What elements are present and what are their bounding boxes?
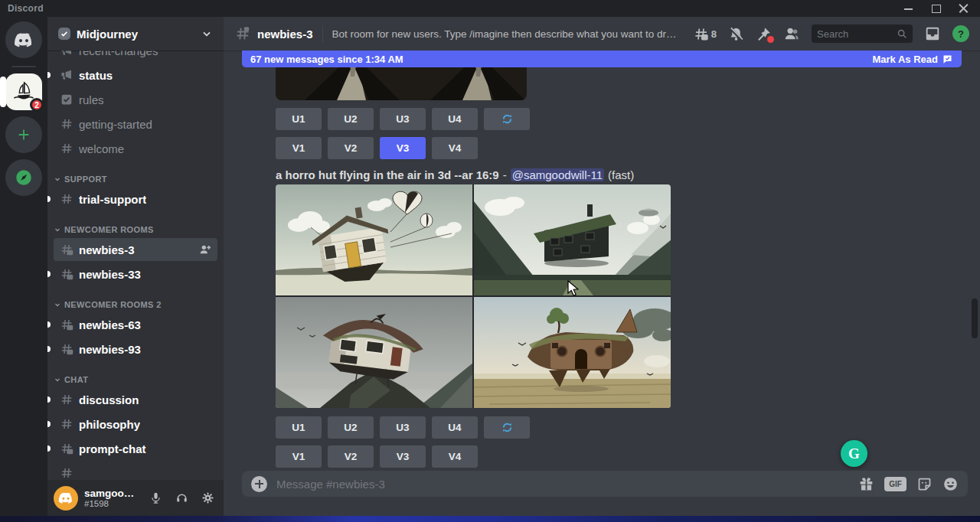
upscale-u4-button[interactable]: U4 (432, 416, 478, 439)
sidebar-item-getting-started[interactable]: getting-started (54, 113, 217, 135)
channel-name: newbies-93 (79, 343, 141, 356)
chevron-down-icon (54, 376, 61, 383)
category-support[interactable]: SUPPORT (47, 171, 224, 188)
gift-button[interactable] (858, 476, 874, 492)
variation-v2-button[interactable]: V2 (328, 137, 374, 159)
message-input[interactable]: Message #newbies-3 GIF (242, 471, 968, 497)
variation-v2-button[interactable]: V2 (328, 445, 374, 468)
grammarly-widget[interactable]: G (841, 440, 867, 467)
upscale-u1-button[interactable]: U1 (276, 108, 322, 130)
channel-name: philosophy (79, 418, 140, 431)
discord-logo-icon (58, 492, 74, 504)
grid-image-3[interactable] (276, 297, 472, 408)
channel-topic[interactable]: Bot room for new users. Type /imagine th… (332, 28, 682, 40)
sidebar-item-newbies-63[interactable]: newbies-63 (54, 313, 217, 336)
channel-sidebar: Midjourney recent-changesstatusrulesgett… (47, 17, 224, 516)
server-icon-midjourney[interactable]: 2 (5, 73, 42, 110)
unread-indicator (47, 346, 51, 352)
guild-header[interactable]: Midjourney (47, 17, 224, 51)
variation-v3-button[interactable]: V3 (380, 137, 426, 159)
sidebar-item-discussion[interactable]: discussion (54, 388, 217, 411)
variation-v1-button[interactable]: V1 (276, 137, 322, 159)
grid-image-4[interactable] (474, 297, 671, 408)
user-settings-button[interactable] (198, 488, 217, 509)
user-avatar[interactable] (54, 486, 78, 511)
prompt-dash: - (503, 168, 507, 181)
prompt-text: a horro hut flying in the air in 3d --ar… (276, 168, 499, 181)
microphone-icon (149, 491, 162, 504)
sidebar-item-prompt-chat[interactable]: prompt-chat (54, 437, 217, 460)
gif-button[interactable]: GIF (884, 477, 906, 491)
channel-name: recent-changes (79, 51, 158, 57)
variation-v4-button[interactable]: V4 (432, 137, 478, 159)
hash-icon (60, 466, 74, 480)
mark-as-read-button[interactable]: Mark As Read (873, 54, 954, 65)
sidebar-item-status[interactable]: status (54, 64, 217, 86)
pin-alert-dot (767, 36, 774, 43)
close-button[interactable] (959, 3, 969, 14)
member-list-button[interactable] (783, 25, 800, 42)
notification-settings-button[interactable] (728, 26, 744, 42)
variation-v1-button[interactable]: V1 (276, 445, 322, 468)
category-chat[interactable]: CHAT (47, 371, 224, 388)
minimize-button[interactable] (903, 3, 914, 14)
microphone-button[interactable] (145, 488, 165, 509)
variation-v3-button[interactable]: V3 (380, 445, 426, 468)
deafen-button[interactable] (172, 488, 191, 509)
sidebar-item-welcome[interactable]: welcome (54, 137, 217, 160)
sidebar-item-recent-changes[interactable]: recent-changes (54, 51, 217, 62)
invite-people-icon[interactable] (199, 243, 211, 256)
message2-content: a horro hut flying in the air in 3d --ar… (276, 166, 980, 183)
upscale-u1-button[interactable]: U1 (276, 416, 322, 439)
upscale-u4-button[interactable]: U4 (432, 108, 478, 130)
message2-image-grid[interactable] (276, 184, 671, 408)
new-messages-text: 67 new messages since 1:34 AM (250, 54, 403, 65)
add-server-button[interactable] (5, 116, 42, 153)
help-button[interactable]: ? (952, 25, 969, 42)
upscale-u2-button[interactable]: U2 (328, 108, 374, 130)
channel-name: newbies-63 (79, 318, 141, 331)
discord-logo-icon (14, 32, 34, 47)
grid-image-1[interactable] (276, 184, 472, 295)
upscale-u3-button[interactable]: U3 (380, 108, 426, 130)
search-placeholder: Search (817, 28, 897, 40)
sidebar-item-newbies-33[interactable]: newbies-33 (54, 263, 217, 285)
sticker-button[interactable] (916, 476, 933, 492)
hash-icon (60, 142, 74, 155)
scrollbar-thumb[interactable] (972, 299, 978, 338)
discord-home-button[interactable] (5, 21, 42, 58)
search-input[interactable]: Search (812, 24, 913, 43)
inbox-icon (924, 25, 941, 42)
sidebar-item-clipped-channel[interactable] (54, 462, 217, 480)
pinned-messages-button[interactable] (756, 26, 772, 42)
reroll-button[interactable] (484, 108, 530, 130)
sidebar-item-newbies-3[interactable]: newbies-3 (54, 238, 217, 261)
grid-image-2[interactable] (474, 184, 671, 295)
thread-count: 8 (711, 28, 717, 40)
inbox-button[interactable] (924, 25, 941, 42)
upscale-u3-button[interactable]: U3 (380, 416, 426, 439)
reroll-button[interactable] (484, 416, 530, 439)
category-newcomer-rooms[interactable]: NEWCOMER ROOMS (47, 221, 224, 238)
message-area: 67 new messages since 1:34 AM Mark As Re… (224, 51, 980, 470)
sidebar-item-rules[interactable]: rules (54, 88, 217, 111)
server-rail: 2 (0, 17, 47, 516)
threads-button[interactable]: 8 (693, 26, 717, 42)
rail-separator (11, 66, 36, 67)
sidebar-item-philosophy[interactable]: philosophy (54, 413, 217, 436)
add-attachment-icon[interactable] (251, 476, 267, 492)
sidebar-item-newbies-93[interactable]: newbies-93 (54, 338, 217, 361)
unread-indicator (47, 421, 51, 427)
category-label: SUPPORT (64, 175, 107, 184)
new-messages-banner[interactable]: 67 new messages since 1:34 AM Mark As Re… (242, 51, 962, 67)
user-mention[interactable]: @samgoodwill-11 (511, 168, 604, 181)
category-newcomer-rooms-2[interactable]: NEWCOMER ROOMS 2 (47, 296, 224, 313)
variation-v4-button[interactable]: V4 (432, 445, 478, 468)
upscale-u2-button[interactable]: U2 (328, 416, 374, 439)
sidebar-item-trial-support[interactable]: trial-support (54, 188, 217, 210)
search-icon (897, 28, 907, 39)
message1-image-attachment[interactable] (276, 67, 527, 100)
explore-servers-button[interactable] (5, 159, 42, 196)
emoji-button[interactable] (942, 476, 959, 492)
maximize-button[interactable] (931, 3, 942, 14)
